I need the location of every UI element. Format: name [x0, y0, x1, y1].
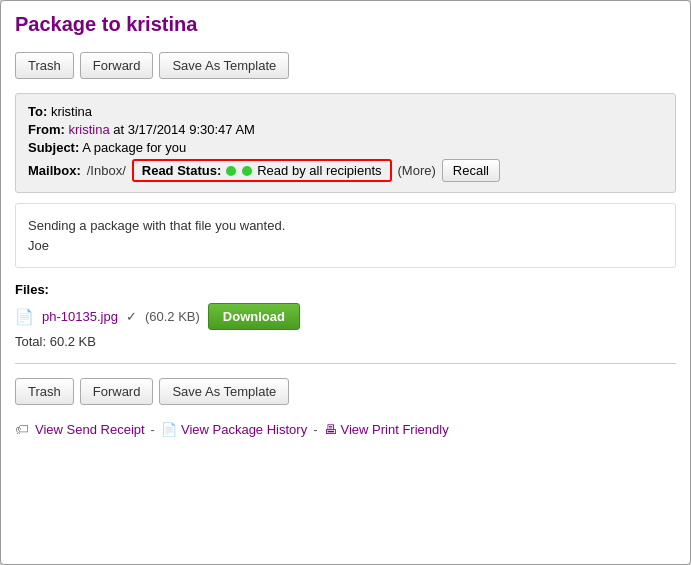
main-window: Package to kristina Trash Forward Save A…: [0, 0, 691, 565]
mailbox-label: Mailbox:: [28, 163, 81, 178]
file-icon: 📄: [15, 308, 34, 326]
to-label: To:: [28, 104, 47, 119]
save-as-template-button-top[interactable]: Save As Template: [159, 52, 289, 79]
top-toolbar: Trash Forward Save As Template: [15, 52, 676, 79]
message-line2: Joe: [28, 236, 663, 256]
read-status-text: Read by all recipients: [257, 163, 381, 178]
mailbox-value: /Inbox/: [87, 163, 126, 178]
view-print-friendly-label: View Print Friendly: [341, 422, 449, 437]
read-status-label: Read Status:: [142, 163, 221, 178]
total-row: Total: 60.2 KB: [15, 334, 676, 349]
green-dot-1: [226, 166, 236, 176]
footer-sep-2: -: [313, 422, 317, 437]
from-label: From:: [28, 122, 65, 137]
subject-row: Subject: A package for you: [28, 140, 663, 155]
file-size: (60.2 KB): [145, 309, 200, 324]
from-link[interactable]: kristina: [68, 122, 109, 137]
bottom-toolbar: Trash Forward Save As Template: [15, 378, 676, 405]
footer-links: 🏷 View Send Receipt - 📄 View Package His…: [15, 421, 676, 437]
from-detail: at 3/17/2014 9:30:47 AM: [110, 122, 255, 137]
view-package-history-link[interactable]: 📄 View Package History: [161, 422, 307, 437]
divider: [15, 363, 676, 364]
subject-value: A package for you: [82, 140, 186, 155]
check-icon: ✓: [126, 309, 137, 324]
green-dot-2: [242, 166, 252, 176]
to-row: To: kristina: [28, 104, 663, 119]
document-icon: 📄: [161, 422, 177, 437]
from-row: From: kristina at 3/17/2014 9:30:47 AM: [28, 122, 663, 137]
view-package-history-label: View Package History: [181, 422, 307, 437]
files-label: Files:: [15, 282, 676, 297]
file-name-link[interactable]: ph-10135.jpg: [42, 309, 118, 324]
forward-button-top[interactable]: Forward: [80, 52, 154, 79]
view-send-receipt-link[interactable]: View Send Receipt: [35, 422, 145, 437]
subject-label: Subject:: [28, 140, 79, 155]
tag-icon: 🏷: [15, 421, 29, 437]
to-value: kristina: [51, 104, 92, 119]
printer-icon: 🖶: [324, 422, 337, 437]
download-button[interactable]: Download: [208, 303, 300, 330]
read-status-box: Read Status: Read by all recipients: [132, 159, 392, 182]
trash-button-bottom[interactable]: Trash: [15, 378, 74, 405]
mailbox-row: Mailbox: /Inbox/ Read Status: Read by al…: [28, 159, 663, 182]
recall-button[interactable]: Recall: [442, 159, 500, 182]
forward-button-bottom[interactable]: Forward: [80, 378, 154, 405]
page-title: Package to kristina: [15, 13, 676, 36]
files-section: Files: 📄 ph-10135.jpg ✓ (60.2 KB) Downlo…: [15, 282, 676, 349]
view-send-receipt-label: View Send Receipt: [35, 422, 145, 437]
footer-sep-1: -: [151, 422, 155, 437]
message-line1: Sending a package with that file you wan…: [28, 216, 663, 236]
save-as-template-button-bottom[interactable]: Save As Template: [159, 378, 289, 405]
file-row: 📄 ph-10135.jpg ✓ (60.2 KB) Download: [15, 303, 676, 330]
more-link[interactable]: (More): [398, 163, 436, 178]
message-body: Sending a package with that file you wan…: [15, 203, 676, 268]
message-header: To: kristina From: kristina at 3/17/2014…: [15, 93, 676, 193]
trash-button-top[interactable]: Trash: [15, 52, 74, 79]
view-print-friendly-link[interactable]: 🖶 View Print Friendly: [324, 422, 449, 437]
